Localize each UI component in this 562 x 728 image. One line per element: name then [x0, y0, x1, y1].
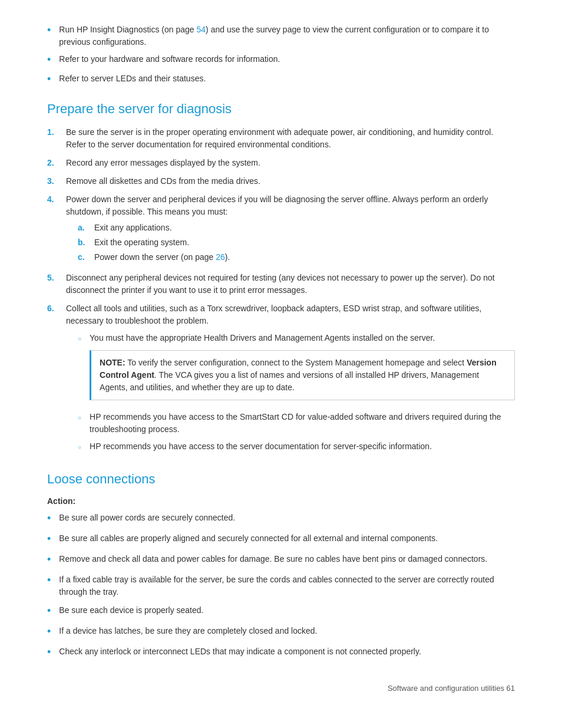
- sub-circle-2-text: HP recommends you have access to the Sma…: [90, 411, 515, 436]
- list-item: • Be sure each device is properly seated…: [47, 604, 515, 619]
- section-heading-prepare: Prepare the server for diagnosis: [47, 101, 515, 117]
- bullet-icon: •: [47, 624, 51, 640]
- circle-icon: ○: [78, 413, 81, 422]
- sub-step-4c: c. Power down the server (on page 26).: [78, 251, 515, 263]
- bullet-text: Remove and check all data and power cabl…: [59, 553, 487, 565]
- sub-step-4c-text: Power down the server (on page 26).: [94, 251, 230, 263]
- list-item: • Refer to your hardware and software re…: [47, 53, 515, 68]
- step-text-1: Be sure the server is in the proper oper…: [66, 126, 515, 151]
- list-item: • Check any interlock or interconnect LE…: [47, 645, 515, 660]
- prepare-section: Prepare the server for diagnosis 1. Be s…: [47, 101, 515, 457]
- sub-step-4a-label: a.: [78, 222, 94, 234]
- step-text-6: Collect all tools and utilities, such as…: [66, 302, 515, 457]
- section-heading-loose: Loose connections: [47, 472, 515, 487]
- action-label: Action:: [47, 496, 515, 506]
- note-box: NOTE: To verify the server configuration…: [90, 350, 515, 400]
- list-item: • Remove and check all data and power ca…: [47, 553, 515, 568]
- sub-step-4c-label: c.: [78, 251, 94, 263]
- bullet-icon: •: [47, 531, 51, 547]
- step-num-2: 2.: [47, 157, 66, 169]
- step-num-1: 1.: [47, 126, 66, 139]
- sub-step-4b-text: Exit the operating system.: [94, 236, 189, 249]
- action-colon: :: [73, 496, 76, 506]
- step-6-sub-circle: ○ You must have the appropriate Health D…: [66, 332, 515, 453]
- note-label: NOTE:: [100, 358, 125, 367]
- sub-step-4b: b. Exit the operating system.: [78, 236, 515, 249]
- bullet-icon: •: [47, 52, 51, 68]
- page-link-54[interactable]: 54: [197, 25, 206, 34]
- step-6-main-text: Collect all tools and utilities, such as…: [66, 304, 482, 325]
- bullet-icon: •: [47, 572, 51, 588]
- step-text-3: Remove all diskettes and CDs from the me…: [66, 175, 515, 187]
- list-item: • Be sure all power cords are securely c…: [47, 512, 515, 526]
- list-item: • If a device has latches, be sure they …: [47, 625, 515, 640]
- bullet-icon: •: [47, 510, 51, 526]
- bullet-text: Refer to server LEDs and their statuses.: [59, 73, 206, 85]
- bullet-text: If a device has latches, be sure they ar…: [59, 625, 317, 637]
- loose-connections-section: Loose connections Action: • Be sure all …: [47, 472, 515, 660]
- list-item: • If a fixed cable tray is available for…: [47, 574, 515, 598]
- page-link-26[interactable]: 26: [216, 252, 225, 262]
- bullet-icon: •: [47, 71, 51, 87]
- step-4-sub-alpha: a. Exit any applications. b. Exit the op…: [66, 222, 515, 263]
- sub-circle-3: ○ HP recommends you have access to the s…: [78, 440, 515, 453]
- step-6: 6. Collect all tools and utilities, such…: [47, 302, 515, 457]
- list-item: • Be sure all cables are properly aligne…: [47, 532, 515, 547]
- loose-bullets-list: • Be sure all power cords are securely c…: [47, 512, 515, 660]
- sub-circle-1-text: You must have the appropriate Health Dri…: [90, 333, 435, 342]
- step-text-4: Power down the server and peripheral dev…: [66, 193, 515, 266]
- sub-circle-3-text: HP recommends you have access to the ser…: [90, 440, 432, 453]
- action-label-text: Action: [47, 496, 73, 506]
- bullet-icon: •: [47, 22, 51, 38]
- bullet-text: Be sure all cables are properly aligned …: [59, 532, 438, 545]
- step-text-2: Record any error messages displayed by t…: [66, 157, 515, 169]
- sub-step-4b-label: b.: [78, 236, 94, 249]
- bullet-text: Be sure each device is properly seated.: [59, 604, 203, 617]
- list-item: • Run HP Insight Diagnostics (on page 54…: [47, 24, 515, 48]
- step-4-main-text: Power down the server and peripheral dev…: [66, 195, 488, 216]
- bullet-text: Check any interlock or interconnect LEDs…: [59, 645, 421, 658]
- step-num-6: 6.: [47, 302, 66, 315]
- step-num-4: 4.: [47, 193, 66, 206]
- page-footer: Software and configuration utilities 61: [47, 684, 515, 693]
- note-bold-text: Version Control Agent: [100, 358, 497, 380]
- note-text: To verify the server configuration, conn…: [100, 358, 497, 392]
- step-2: 2. Record any error messages displayed b…: [47, 157, 515, 169]
- bullet-text: Run HP Insight Diagnostics (on page 54) …: [59, 24, 515, 48]
- step-num-3: 3.: [47, 175, 66, 187]
- top-bullets-section: • Run HP Insight Diagnostics (on page 54…: [47, 24, 515, 87]
- step-1: 1. Be sure the server is in the proper o…: [47, 126, 515, 151]
- list-item: • Refer to server LEDs and their statuse…: [47, 73, 515, 87]
- step-text-5: Disconnect any peripheral devices not re…: [66, 272, 515, 297]
- step-5: 5. Disconnect any peripheral devices not…: [47, 272, 515, 297]
- sub-circle-1: ○ You must have the appropriate Health D…: [78, 332, 515, 406]
- step-4: 4. Power down the server and peripheral …: [47, 193, 515, 266]
- bullet-icon: •: [47, 644, 51, 660]
- circle-icon: ○: [78, 443, 81, 452]
- bullet-text: Be sure all power cords are securely con…: [59, 512, 235, 524]
- prepare-steps-list: 1. Be sure the server is in the proper o…: [47, 126, 515, 457]
- sub-circle-1-content: You must have the appropriate Health Dri…: [90, 332, 515, 406]
- bullet-icon: •: [47, 603, 51, 619]
- circle-icon: ○: [78, 334, 81, 343]
- bullet-icon: •: [47, 552, 51, 568]
- bullet-text: If a fixed cable tray is available for t…: [59, 574, 515, 598]
- sub-step-4a-text: Exit any applications.: [94, 222, 172, 234]
- footer-text: Software and configuration utilities 61: [388, 684, 515, 693]
- step-3: 3. Remove all diskettes and CDs from the…: [47, 175, 515, 187]
- sub-step-4a: a. Exit any applications.: [78, 222, 515, 234]
- step-num-5: 5.: [47, 272, 66, 284]
- sub-circle-2: ○ HP recommends you have access to the S…: [78, 411, 515, 436]
- bullet-text: Refer to your hardware and software reco…: [59, 53, 280, 65]
